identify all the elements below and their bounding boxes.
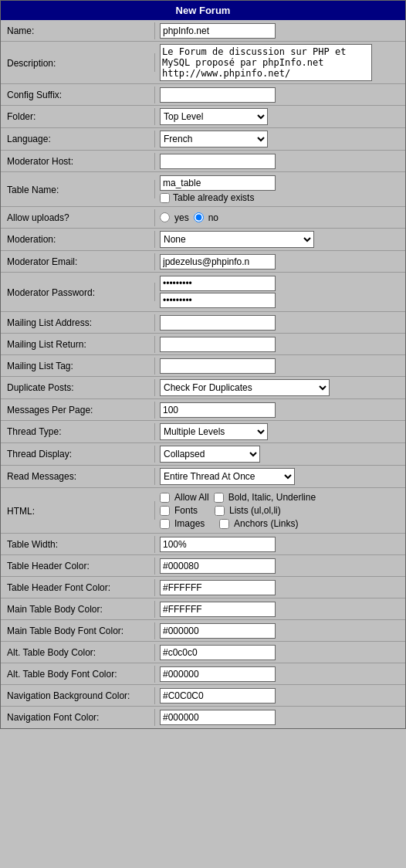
config-suffix-input-cell xyxy=(155,85,405,105)
table-name-row: Table Name: Table already exists xyxy=(1,172,405,207)
moderator-host-input[interactable] xyxy=(160,154,276,169)
mailing-list-return-label: Mailing List Return: xyxy=(1,336,155,353)
mailing-list-return-input-cell xyxy=(155,334,405,354)
table-width-row: Table Width: xyxy=(1,534,405,555)
allow-uploads-yes-label: yes xyxy=(174,212,189,223)
language-select[interactable]: French xyxy=(160,131,268,147)
html-bold-italic-label: Bold, Italic, Underline xyxy=(228,492,316,503)
mailing-list-address-input[interactable] xyxy=(160,315,276,331)
folder-row: Folder: Top Level xyxy=(1,106,405,128)
moderator-host-label: Moderator Host: xyxy=(1,153,155,170)
main-table-body-font-color-input[interactable] xyxy=(160,623,276,639)
thread-display-select[interactable]: Collapsed xyxy=(160,446,260,463)
moderator-password-input1[interactable] xyxy=(160,276,276,291)
navigation-font-color-label: Navigation Font Color: xyxy=(1,709,155,726)
html-bold-italic-checkbox[interactable] xyxy=(214,493,224,503)
config-suffix-row: Config Suffix: xyxy=(1,84,405,106)
table-width-input[interactable] xyxy=(160,537,276,552)
table-header-font-color-input[interactable] xyxy=(160,580,276,595)
mailing-list-address-input-cell xyxy=(155,313,405,333)
thread-type-input-cell: Multiple Levels xyxy=(155,421,405,442)
allow-uploads-no-radio[interactable] xyxy=(194,212,204,222)
navigation-font-color-input-cell xyxy=(155,707,405,727)
allow-uploads-radio-group: yes no xyxy=(160,212,218,223)
mailing-list-tag-row: Mailing List Tag: xyxy=(1,355,405,377)
moderator-email-input-cell xyxy=(155,252,405,272)
mailing-list-tag-label: Mailing List Tag: xyxy=(1,358,155,375)
thread-type-row: Thread Type: Multiple Levels xyxy=(1,421,405,443)
table-header-font-color-input-cell xyxy=(155,578,405,598)
mailing-list-address-row: Mailing List Address: xyxy=(1,312,405,334)
html-row: HTML: Allow All Bold, Italic, Underline … xyxy=(1,488,405,534)
table-width-label: Table Width: xyxy=(1,536,155,553)
main-table-body-font-color-input-cell xyxy=(155,621,405,641)
html-input-cell: Allow All Bold, Italic, Underline Fonts … xyxy=(155,488,405,533)
description-input[interactable]: Le Forum de discussion sur PHP et MySQL … xyxy=(160,44,372,81)
html-line-3: Images Anchors (Links) xyxy=(160,518,298,529)
table-exists-checkbox[interactable] xyxy=(160,193,170,203)
thread-display-input-cell: Collapsed xyxy=(155,443,405,465)
read-messages-label: Read Messages: xyxy=(1,468,155,485)
moderator-email-input[interactable] xyxy=(160,254,276,270)
moderation-select[interactable]: None xyxy=(160,231,314,248)
html-allow-all-label: Allow All xyxy=(174,492,209,503)
mailing-list-address-label: Mailing List Address: xyxy=(1,314,155,331)
navigation-font-color-input[interactable] xyxy=(160,710,276,725)
table-exists-label: Table already exists xyxy=(173,192,254,203)
table-header-color-row: Table Header Color: xyxy=(1,555,405,577)
duplicate-posts-row: Duplicate Posts: Check For Duplicates xyxy=(1,377,405,399)
moderator-host-row: Moderator Host: xyxy=(1,151,405,172)
table-header-color-label: Table Header Color: xyxy=(1,558,155,575)
allow-uploads-yes-radio[interactable] xyxy=(160,212,170,222)
read-messages-select[interactable]: Entire Thread At Once xyxy=(160,468,295,485)
main-table-body-color-row: Main Table Body Color: xyxy=(1,598,405,620)
table-width-input-cell xyxy=(155,534,405,554)
messages-per-page-input-cell xyxy=(155,400,405,420)
messages-per-page-input[interactable] xyxy=(160,402,276,418)
table-header-font-color-label: Table Header Font Color: xyxy=(1,579,155,596)
name-input-cell xyxy=(155,21,405,41)
html-lists-label: Lists (ul,ol,li) xyxy=(229,505,281,516)
mailing-list-tag-input[interactable] xyxy=(160,358,276,374)
allow-uploads-label: Allow uploads? xyxy=(1,209,155,226)
moderator-email-row: Moderator Email: xyxy=(1,251,405,273)
alt-table-body-color-row: Alt. Table Body Color: xyxy=(1,642,405,663)
read-messages-row: Read Messages: Entire Thread At Once xyxy=(1,466,405,488)
read-messages-input-cell: Entire Thread At Once xyxy=(155,466,405,487)
language-row: Language: French xyxy=(1,128,405,151)
alt-table-body-color-input[interactable] xyxy=(160,645,276,660)
navigation-background-color-row: Navigation Background Color: xyxy=(1,685,405,707)
html-allow-all-checkbox[interactable] xyxy=(160,493,170,503)
folder-label: Folder: xyxy=(1,108,155,125)
description-label: Description: xyxy=(1,53,155,72)
moderation-label: Moderation: xyxy=(1,231,155,248)
folder-select[interactable]: Top Level xyxy=(160,108,268,125)
html-anchors-label: Anchors (Links) xyxy=(234,518,298,529)
alt-table-body-font-color-input[interactable] xyxy=(160,666,276,682)
html-lists-checkbox[interactable] xyxy=(215,506,225,516)
thread-type-select[interactable]: Multiple Levels xyxy=(160,423,268,440)
duplicate-posts-select[interactable]: Check For Duplicates xyxy=(160,379,330,396)
navigation-background-color-input[interactable] xyxy=(160,688,276,704)
thread-display-label: Thread Display: xyxy=(1,446,155,463)
mailing-list-tag-input-cell xyxy=(155,356,405,376)
config-suffix-input[interactable] xyxy=(160,87,276,103)
mailing-list-return-input[interactable] xyxy=(160,337,276,352)
allow-uploads-no-label: no xyxy=(208,212,218,223)
main-table-body-color-input-cell xyxy=(155,599,405,619)
main-table-body-color-label: Main Table Body Color: xyxy=(1,601,155,618)
main-table-body-color-input[interactable] xyxy=(160,602,276,617)
html-anchors-checkbox[interactable] xyxy=(219,519,229,529)
main-table-body-font-color-row: Main Table Body Font Color: xyxy=(1,620,405,642)
html-fonts-checkbox[interactable] xyxy=(160,506,170,516)
html-images-label: Images xyxy=(174,518,205,529)
name-input[interactable] xyxy=(160,23,276,39)
moderator-password-input-cell xyxy=(155,273,405,311)
thread-display-row: Thread Display: Collapsed xyxy=(1,443,405,466)
form-title: New Forum xyxy=(1,1,405,20)
table-name-input[interactable] xyxy=(160,175,276,191)
alt-table-body-color-label: Alt. Table Body Color: xyxy=(1,644,155,661)
moderator-password-input2[interactable] xyxy=(160,293,276,308)
table-header-color-input[interactable] xyxy=(160,558,276,574)
html-images-checkbox[interactable] xyxy=(160,519,170,529)
